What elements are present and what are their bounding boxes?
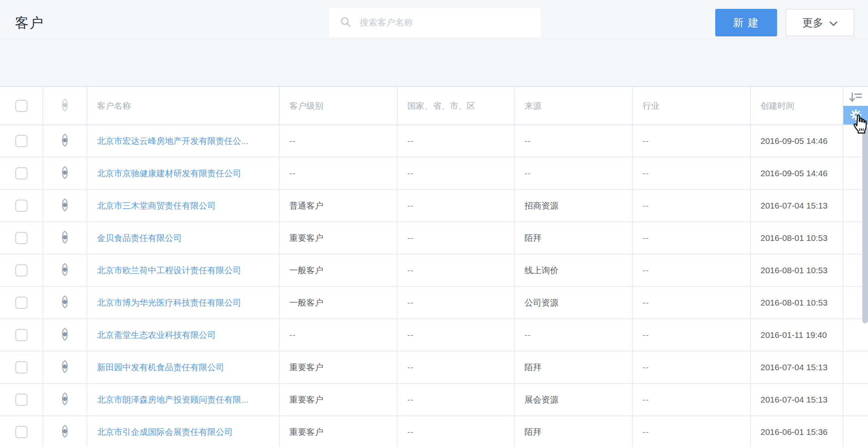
cell-industry: -- bbox=[633, 222, 751, 254]
cell-source: 线上询价 bbox=[515, 255, 633, 286]
column-header-level: 客户级别 bbox=[280, 87, 398, 124]
cell-customer-level: -- bbox=[280, 158, 398, 189]
table-row[interactable]: 北京市京驰健康建材研发有限责任公司 -- -- -- -- 2016-09-05… bbox=[0, 158, 868, 190]
cell-spacer bbox=[843, 384, 868, 415]
cell-source: 展会资源 bbox=[515, 384, 633, 415]
search-box[interactable] bbox=[329, 8, 541, 37]
row-checkbox[interactable] bbox=[15, 167, 27, 179]
cell-created-time: 2016-08-01 10:53 bbox=[751, 287, 843, 318]
column-header-region: 国家、省、市、区 bbox=[398, 87, 515, 124]
table-row[interactable]: 北京市朗泽森房地产投资顾问责任有限... 重要客户 -- 展会资源 -- 201… bbox=[0, 384, 868, 416]
row-checkbox[interactable] bbox=[15, 394, 27, 406]
cell-region: -- bbox=[398, 352, 515, 383]
row-marker-cell bbox=[43, 125, 87, 157]
table-row[interactable]: 北京市博为华光医疗科技责任有限公司 一般客户 -- 公司资源 -- 2016-0… bbox=[0, 287, 868, 319]
cell-created-time: 2016-09-05 14:46 bbox=[751, 125, 843, 157]
row-checkbox[interactable] bbox=[15, 264, 27, 276]
cell-industry: -- bbox=[633, 319, 751, 351]
customer-name-link[interactable]: 新田园中发有机食品责任有限公司 bbox=[97, 362, 224, 373]
cell-customer-name: 北京市宏达云峰房地产开发有限责任公... bbox=[87, 125, 280, 157]
cell-source: 招商资源 bbox=[515, 190, 633, 221]
new-button[interactable]: 新 建 bbox=[715, 9, 777, 36]
table-row[interactable]: 北京市三木堂商贸责任有限公司 普通客户 -- 招商资源 -- 2016-07-0… bbox=[0, 190, 868, 222]
target-pin-icon bbox=[59, 98, 70, 114]
table-row[interactable]: 北京市欧兰荷中工程设计责任有限公司 一般客户 -- 线上询价 -- 2016-0… bbox=[0, 255, 868, 287]
customer-name-link[interactable]: 北京市京驰健康建材研发有限责任公司 bbox=[97, 168, 241, 179]
row-checkbox[interactable] bbox=[15, 200, 27, 212]
table-row[interactable]: 金贝食品责任有限公司 重要客户 -- 陌拜 -- 2016-08-01 10:5… bbox=[0, 222, 868, 255]
column-settings-button[interactable] bbox=[843, 106, 868, 124]
row-checkbox[interactable] bbox=[15, 329, 27, 341]
search-icon bbox=[339, 16, 352, 30]
more-button-label: 更多 bbox=[803, 16, 824, 30]
cell-customer-level: -- bbox=[280, 125, 398, 157]
customer-name-link[interactable]: 金贝食品责任有限公司 bbox=[97, 232, 182, 244]
cell-region: -- bbox=[398, 222, 515, 254]
cell-customer-name: 北京市引企成国际会展责任有限公司 bbox=[87, 416, 280, 447]
customer-name-link[interactable]: 北京市三木堂商贸责任有限公司 bbox=[97, 200, 216, 211]
cell-region: -- bbox=[398, 319, 515, 351]
cell-customer-name: 北京市欧兰荷中工程设计责任有限公司 bbox=[87, 255, 280, 286]
row-select-cell bbox=[0, 125, 43, 157]
table-row[interactable]: 北京市引企成国际会展责任有限公司 重要客户 -- 陌拜 -- 2016-06-0… bbox=[0, 416, 868, 447]
cell-customer-name: 金贝食品责任有限公司 bbox=[87, 222, 280, 254]
target-pin-icon bbox=[59, 263, 70, 278]
target-pin-icon bbox=[59, 327, 70, 343]
table-row[interactable]: 新田园中发有机食品责任有限公司 重要客户 -- 陌拜 -- 2016-07-04… bbox=[0, 352, 868, 384]
chevron-down-icon bbox=[829, 17, 838, 29]
cell-industry: -- bbox=[633, 352, 751, 383]
cell-region: -- bbox=[398, 190, 515, 221]
cell-region: -- bbox=[398, 158, 515, 189]
toolbar: 场景 我负责的客户 视图: 列表 地图 高级筛选 bbox=[0, 40, 868, 86]
cell-created-time: 2016-07-04 15:13 bbox=[751, 384, 843, 415]
row-marker-cell bbox=[43, 287, 87, 318]
cell-customer-name: 新田园中发有机食品责任有限公司 bbox=[87, 352, 280, 383]
target-pin-icon bbox=[59, 133, 70, 149]
cell-created-time: 2016-08-01 10:53 bbox=[751, 222, 843, 254]
row-checkbox[interactable] bbox=[15, 426, 27, 438]
customer-name-link[interactable]: 北京斋堂生态农业科技有限公司 bbox=[97, 329, 216, 341]
cell-spacer bbox=[843, 416, 868, 447]
customer-name-link[interactable]: 北京市宏达云峰房地产开发有限责任公... bbox=[97, 135, 249, 147]
table-row[interactable]: 北京斋堂生态农业科技有限公司 -- -- -- -- 2016-01-11 19… bbox=[0, 319, 868, 352]
row-select-cell bbox=[0, 255, 43, 286]
target-pin-icon bbox=[59, 230, 70, 246]
target-pin-icon bbox=[59, 392, 70, 407]
vertical-scrollbar[interactable] bbox=[862, 127, 868, 323]
row-select-cell bbox=[0, 352, 43, 383]
cell-customer-level: -- bbox=[280, 319, 398, 351]
cell-source: 公司资源 bbox=[515, 287, 633, 318]
customer-name-link[interactable]: 北京市朗泽森房地产投资顾问责任有限... bbox=[97, 394, 249, 405]
customer-name-link[interactable]: 北京市引企成国际会展责任有限公司 bbox=[97, 426, 233, 438]
table-row[interactable]: 北京市宏达云峰房地产开发有限责任公... -- -- -- -- 2016-09… bbox=[0, 125, 868, 158]
target-pin-icon bbox=[59, 166, 70, 181]
cell-customer-level: 重要客户 bbox=[280, 352, 398, 383]
row-checkbox[interactable] bbox=[15, 232, 27, 244]
target-pin-icon bbox=[59, 424, 70, 440]
customer-name-link[interactable]: 北京市博为华光医疗科技责任有限公司 bbox=[97, 297, 241, 308]
row-checkbox[interactable] bbox=[15, 361, 27, 373]
search-input[interactable] bbox=[360, 17, 533, 28]
row-checkbox[interactable] bbox=[15, 297, 27, 309]
more-button[interactable]: 更多 bbox=[786, 9, 854, 36]
page-title: 客户 bbox=[15, 14, 44, 32]
gear-icon bbox=[850, 109, 862, 122]
customer-name-link[interactable]: 北京市欧兰荷中工程设计责任有限公司 bbox=[97, 265, 241, 276]
row-marker-cell bbox=[43, 255, 87, 286]
select-all-checkbox[interactable] bbox=[15, 100, 27, 112]
target-pin-icon bbox=[59, 295, 70, 310]
cell-customer-name: 北京市三木堂商贸责任有限公司 bbox=[87, 190, 280, 221]
cell-industry: -- bbox=[633, 384, 751, 415]
cell-industry: -- bbox=[633, 416, 751, 447]
row-select-cell bbox=[0, 319, 43, 351]
cell-spacer bbox=[843, 319, 868, 351]
cell-created-time: 2016-07-04 15:13 bbox=[751, 190, 843, 221]
cell-region: -- bbox=[398, 255, 515, 286]
cell-source: 陌拜 bbox=[515, 352, 633, 383]
column-header-name: 客户名称 bbox=[87, 87, 280, 124]
cell-created-time: 2016-09-05 14:46 bbox=[751, 158, 843, 189]
row-checkbox[interactable] bbox=[15, 135, 27, 147]
sort-icon[interactable] bbox=[849, 92, 863, 105]
cell-region: -- bbox=[398, 416, 515, 447]
target-pin-icon bbox=[59, 198, 70, 213]
